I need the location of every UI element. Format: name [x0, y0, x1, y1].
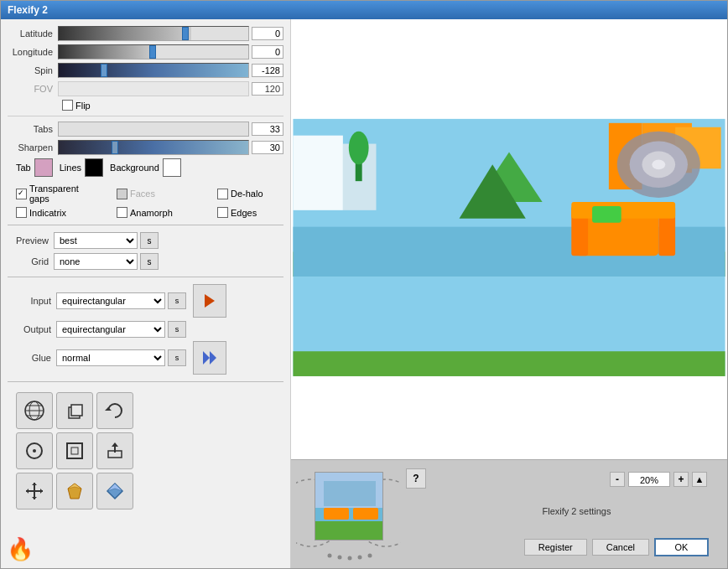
flame-icon[interactable]: 🔥 — [7, 536, 34, 561]
divider-2 — [8, 225, 283, 225]
spin-thumb[interactable] — [101, 64, 107, 77]
latitude-thumb[interactable] — [182, 27, 189, 40]
latitude-label: Latitude — [8, 28, 58, 39]
rotate-btn[interactable] — [96, 392, 133, 429]
svg-point-56 — [338, 556, 342, 560]
flame-icon-area[interactable]: 🔥 — [7, 536, 34, 562]
globe-btn[interactable] — [16, 392, 53, 429]
action-row: Register Cancel OK — [438, 535, 715, 560]
edges-checkbox[interactable] — [217, 207, 228, 218]
cancel-btn[interactable]: Cancel — [592, 539, 649, 556]
copy-btn[interactable] — [56, 392, 93, 429]
input-arrow-btn[interactable] — [193, 284, 226, 318]
globe-icon — [23, 399, 46, 422]
zoom-arrow-btn[interactable]: ▲ — [692, 472, 707, 487]
latitude-value[interactable] — [252, 27, 283, 40]
edges-text: Edges — [231, 208, 257, 218]
sharpen-value[interactable] — [252, 141, 283, 154]
circle-btn[interactable] — [16, 432, 53, 469]
flip-checkbox[interactable] — [62, 100, 73, 111]
preview-reset-btn[interactable]: s — [140, 232, 159, 249]
spin-label: Spin — [8, 65, 58, 75]
tab-color-item: Tab — [16, 158, 53, 177]
svg-rect-39 — [293, 136, 342, 210]
longitude-slider[interactable] — [58, 44, 249, 59]
anamorph-text: Anamorph — [130, 208, 173, 218]
glue-arrow-btn[interactable] — [193, 341, 226, 375]
lines-color-swatch[interactable] — [85, 158, 103, 177]
move-btn[interactable] — [16, 473, 53, 510]
glue-dropdown[interactable]: normal add multiply — [56, 349, 165, 366]
output-reset-btn[interactable]: s — [168, 321, 186, 338]
sharpen-thumb[interactable] — [112, 141, 118, 154]
tabs-value[interactable] — [252, 122, 283, 136]
divider-1 — [8, 116, 283, 116]
title-bar: Flexify 2 — [1, 1, 727, 19]
tab-color-swatch[interactable] — [34, 158, 53, 177]
window-title: Flexify 2 — [8, 4, 48, 16]
register-btn[interactable]: Register — [524, 539, 587, 556]
edges-label[interactable]: Edges — [217, 207, 290, 218]
svg-rect-13 — [67, 443, 82, 458]
faces-text: Faces — [130, 189, 155, 199]
output-dropdown[interactable]: equirectangular cylindrical fisheye — [56, 321, 165, 338]
zoom-minus-btn[interactable]: - — [610, 472, 625, 487]
de-halo-text: De-halo — [231, 189, 263, 199]
svg-point-59 — [368, 554, 372, 558]
tab-color-label: Tab — [16, 163, 31, 173]
input-row: Input equirectangular cylindrical fishey… — [16, 284, 283, 318]
indicatrix-label[interactable]: Indicatrix — [16, 207, 100, 218]
svg-marker-17 — [112, 442, 118, 447]
move-icon — [24, 481, 44, 501]
input-reset-btn[interactable]: s — [168, 292, 186, 309]
grid-reset-btn[interactable]: s — [140, 253, 159, 270]
de-halo-label[interactable]: De-halo — [217, 189, 290, 199]
latitude-slider[interactable] — [58, 26, 249, 41]
sharpen-slider[interactable] — [58, 140, 249, 155]
background-color-swatch[interactable] — [163, 158, 181, 177]
anamorph-checkbox[interactable] — [117, 207, 127, 218]
color-row: Tab Lines Background — [8, 158, 283, 177]
indicatrix-text: Indicatrix — [29, 208, 66, 218]
zoom-plus-btn[interactable]: + — [673, 472, 689, 487]
grid-dropdown[interactable]: none lines dots — [54, 253, 138, 270]
square-btn[interactable] — [56, 432, 93, 469]
faces-label: Faces — [117, 189, 200, 199]
fov-value[interactable] — [252, 82, 283, 96]
svg-marker-1 — [203, 351, 210, 365]
latitude-row: Latitude — [8, 26, 283, 41]
checkbox-row-1: Transparent gaps Faces De-halo — [8, 184, 283, 204]
transparent-gaps-label[interactable]: Transparent gaps — [16, 184, 100, 204]
spin-slider[interactable] — [58, 63, 249, 78]
arrow-right-icon — [200, 291, 220, 311]
preview-dropdown[interactable]: best good fast — [54, 232, 138, 249]
indicatrix-checkbox[interactable] — [16, 207, 27, 218]
longitude-thumb[interactable] — [149, 45, 156, 59]
tabs-slider[interactable] — [58, 122, 249, 137]
svg-rect-63 — [324, 508, 349, 520]
longitude-value[interactable] — [252, 45, 283, 59]
glue-reset-btn[interactable]: s — [168, 349, 186, 366]
glue-label: Glue — [16, 353, 56, 363]
diamond-btn[interactable] — [96, 473, 133, 510]
tabs-label: Tabs — [8, 124, 58, 134]
spin-value[interactable] — [252, 64, 283, 77]
transparent-gaps-checkbox[interactable] — [16, 189, 27, 199]
de-halo-checkbox[interactable] — [217, 189, 228, 199]
gem-btn[interactable] — [56, 473, 93, 510]
fov-slider[interactable] — [58, 81, 249, 96]
input-dropdown[interactable]: equirectangular cylindrical fisheye — [56, 292, 165, 309]
svg-point-12 — [33, 449, 36, 453]
svg-rect-61 — [315, 519, 383, 541]
svg-point-38 — [652, 159, 665, 169]
anamorph-label[interactable]: Anamorph — [117, 207, 200, 218]
bottom-right: - 20% + ▲ Flexify 2 settings Register Ca… — [431, 465, 722, 563]
svg-marker-0 — [205, 294, 215, 308]
flip-checkbox-label[interactable]: Flip — [62, 100, 91, 111]
main-window: Flexify 2 Latitude Longitude — [0, 0, 728, 569]
svg-point-57 — [348, 556, 352, 561]
ok-btn[interactable]: OK — [654, 538, 709, 556]
help-btn[interactable]: ? — [406, 468, 426, 489]
tool-buttons — [8, 389, 283, 513]
export-btn[interactable] — [96, 432, 133, 469]
